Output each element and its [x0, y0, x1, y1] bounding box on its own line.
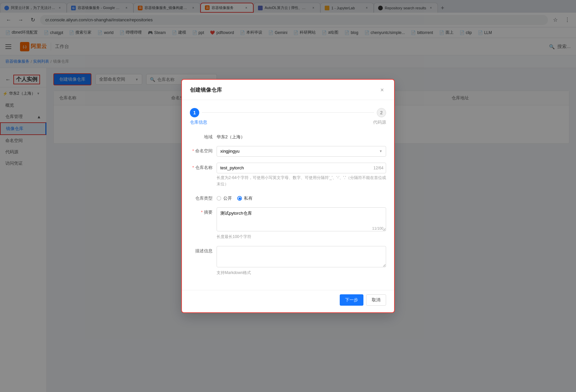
summary-field-container: 测试pytorch仓库 11/100 长度最长100个字符 — [217, 207, 386, 240]
region-field-value: 华东2（上海） — [217, 132, 386, 140]
repo-name-input[interactable] — [217, 163, 386, 173]
steps-container: 1 2 — [190, 108, 386, 117]
required-star-name: * — [192, 165, 195, 170]
radio-public-circle — [217, 196, 221, 201]
desc-textarea[interactable] — [217, 246, 386, 267]
cancel-button[interactable]: 取消 — [366, 294, 386, 306]
summary-textarea-wrap: 测试pytorch仓库 11/100 — [217, 207, 386, 232]
summary-field-label: * 摘要 — [190, 207, 217, 215]
summary-count: 11/100 — [372, 226, 383, 230]
namespace-field-label: * 命名空间 — [190, 146, 217, 154]
step-1-label: 仓库信息 — [190, 119, 207, 125]
modal-overlay: 创建镜像仓库 × 1 2 仓库信息 代码源 地域 — [0, 0, 576, 392]
step-2-circle: 2 — [377, 108, 386, 117]
repo-name-counter: 12/64 — [373, 166, 383, 170]
modal-body: 1 2 仓库信息 代码源 地域 华东2（上海） * 命名空间 — [182, 100, 394, 290]
namespace-select-arrow: ▼ — [379, 149, 382, 153]
region-field-label: 地域 — [190, 132, 217, 140]
namespace-select-value: xingjingyu — [220, 149, 240, 154]
repo-type-private[interactable]: 私有 — [237, 195, 253, 201]
desc-field-container: 支持Markdown格式 — [217, 246, 386, 276]
desc-field-label: 描述信息 — [190, 246, 217, 254]
desc-hint: 支持Markdown格式 — [217, 270, 386, 276]
step-connector — [202, 112, 374, 113]
form-row-desc: 描述信息 支持Markdown格式 — [190, 246, 386, 276]
form-row-region: 地域 华东2（上海） — [190, 132, 386, 140]
required-star-ns: * — [192, 148, 195, 153]
radio-private-circle — [237, 196, 242, 201]
step-labels-row: 仓库信息 代码源 — [190, 119, 386, 125]
form-row-summary: * 摘要 测试pytorch仓库 11/100 长度最长100个字符 — [190, 207, 386, 240]
step-1-circle: 1 — [190, 108, 199, 117]
create-repo-modal: 创建镜像仓库 × 1 2 仓库信息 代码源 地域 — [181, 79, 395, 313]
form-row-repo-name: * 仓库名称 12/64 长度为2-64个字符，可使用小写英文字母、数字、可使用… — [190, 163, 386, 187]
modal-footer: 下一步 取消 — [182, 290, 394, 312]
next-step-button[interactable]: 下一步 — [340, 294, 363, 306]
radio-private-label: 私有 — [244, 195, 253, 201]
repo-name-field-label: * 仓库名称 — [190, 163, 217, 171]
step-2: 2 — [377, 108, 386, 117]
repo-type-field-label: 仓库类型 — [190, 193, 217, 201]
radio-public-label: 公开 — [223, 195, 232, 201]
namespace-field-container: xingjingyu ▼ — [217, 146, 386, 157]
modal-close-button[interactable]: × — [378, 86, 386, 94]
form-row-namespace: * 命名空间 xingjingyu ▼ — [190, 146, 386, 157]
namespace-select[interactable]: xingjingyu ▼ — [217, 146, 386, 157]
required-star-summary: * — [201, 210, 204, 215]
step-2-label: 代码源 — [373, 119, 386, 125]
form-row-repo-type: 仓库类型 公开 私有 — [190, 193, 386, 201]
repo-name-input-wrap: 12/64 — [217, 163, 386, 173]
modal-title: 创建镜像仓库 — [190, 87, 222, 94]
repo-type-public[interactable]: 公开 — [217, 195, 232, 201]
repo-name-hint: 长度为2-64个字符，可使用小写英文字母、数字、可使用分隔符'_'、'-'、'.… — [217, 175, 386, 187]
modal-header: 创建镜像仓库 × — [182, 80, 394, 100]
repo-type-radio-group: 公开 私有 — [217, 193, 253, 201]
step-1: 1 — [190, 108, 199, 117]
radio-private-dot — [239, 197, 241, 200]
summary-textarea[interactable]: 测试pytorch仓库 — [217, 207, 386, 231]
summary-hint: 长度最长100个字符 — [217, 234, 386, 240]
repo-name-field-container: 12/64 长度为2-64个字符，可使用小写英文字母、数字、可使用分隔符'_'、… — [217, 163, 386, 187]
